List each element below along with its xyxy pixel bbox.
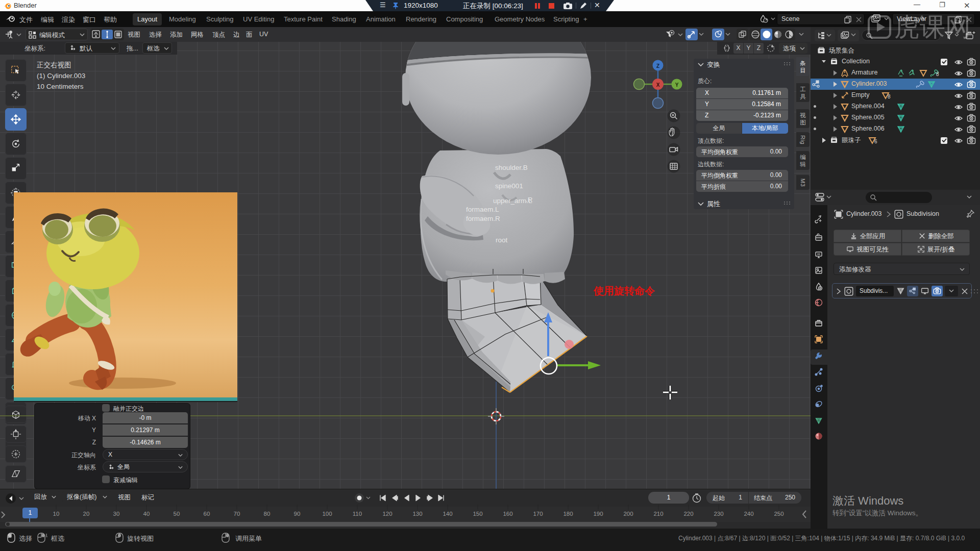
svg-text:spine001: spine001: [495, 182, 523, 190]
svg-text:Z: Z: [656, 63, 659, 69]
svg-text:.R: .R: [526, 196, 533, 204]
svg-text:使用旋转命令: 使用旋转命令: [593, 285, 655, 296]
svg-text:formaem.L: formaem.L: [466, 206, 499, 213]
svg-text:root: root: [496, 236, 508, 244]
svg-text:X: X: [656, 82, 660, 88]
svg-text:正交右视图: 正交右视图: [37, 61, 71, 69]
svg-text:虎课网: 虎课网: [894, 13, 971, 41]
svg-text:shoulder.B: shoulder.B: [495, 164, 528, 171]
svg-text:(1) Cylinder.003: (1) Cylinder.003: [37, 72, 85, 80]
svg-text:Y: Y: [675, 82, 679, 88]
svg-text:formaem.R: formaem.R: [466, 215, 500, 222]
svg-text:10 Centimeters: 10 Centimeters: [37, 83, 84, 90]
